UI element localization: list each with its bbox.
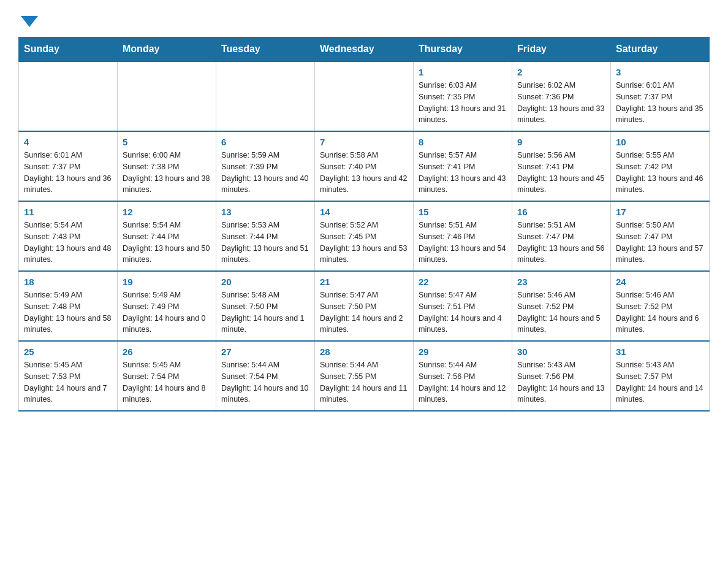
calendar-cell: 19Sunrise: 5:49 AMSunset: 7:49 PMDayligh… [118, 271, 216, 341]
day-number: 19 [123, 277, 211, 287]
calendar-cell: 31Sunrise: 5:43 AMSunset: 7:57 PMDayligh… [611, 341, 710, 411]
day-number: 25 [24, 347, 112, 357]
day-info: Sunrise: 5:45 AMSunset: 7:53 PMDaylight:… [24, 359, 112, 405]
day-info: Sunrise: 5:48 AMSunset: 7:50 PMDaylight:… [221, 289, 309, 335]
calendar-header-wednesday: Wednesday [315, 37, 414, 62]
calendar-cell: 20Sunrise: 5:48 AMSunset: 7:50 PMDayligh… [216, 271, 315, 341]
day-number: 27 [221, 347, 309, 357]
calendar-week-2: 4Sunrise: 6:01 AMSunset: 7:37 PMDaylight… [19, 131, 710, 201]
day-number: 1 [419, 67, 507, 77]
day-info: Sunrise: 5:54 AMSunset: 7:43 PMDaylight:… [24, 220, 112, 266]
calendar-cell [118, 61, 216, 131]
calendar-header-monday: Monday [118, 37, 216, 62]
calendar-cell: 23Sunrise: 5:46 AMSunset: 7:52 PMDayligh… [512, 271, 611, 341]
day-info: Sunrise: 5:49 AMSunset: 7:49 PMDaylight:… [123, 289, 211, 335]
calendar-header-row: SundayMondayTuesdayWednesdayThursdayFrid… [19, 37, 710, 62]
day-info: Sunrise: 5:43 AMSunset: 7:56 PMDaylight:… [517, 359, 605, 405]
day-info: Sunrise: 5:43 AMSunset: 7:57 PMDaylight:… [616, 359, 704, 405]
logo [18, 12, 38, 27]
day-info: Sunrise: 5:50 AMSunset: 7:47 PMDaylight:… [616, 220, 704, 266]
calendar-week-1: 1Sunrise: 6:03 AMSunset: 7:35 PMDaylight… [19, 61, 710, 131]
day-info: Sunrise: 5:47 AMSunset: 7:51 PMDaylight:… [419, 289, 507, 335]
day-info: Sunrise: 5:49 AMSunset: 7:48 PMDaylight:… [24, 289, 112, 335]
day-number: 13 [221, 207, 309, 217]
calendar-cell: 15Sunrise: 5:51 AMSunset: 7:46 PMDayligh… [414, 201, 512, 271]
day-info: Sunrise: 6:02 AMSunset: 7:36 PMDaylight:… [517, 80, 605, 126]
day-info: Sunrise: 5:44 AMSunset: 7:55 PMDaylight:… [320, 359, 408, 405]
calendar-cell: 25Sunrise: 5:45 AMSunset: 7:53 PMDayligh… [19, 341, 118, 411]
calendar-cell: 26Sunrise: 5:45 AMSunset: 7:54 PMDayligh… [118, 341, 216, 411]
calendar-cell: 27Sunrise: 5:44 AMSunset: 7:54 PMDayligh… [216, 341, 315, 411]
calendar-cell: 29Sunrise: 5:44 AMSunset: 7:56 PMDayligh… [414, 341, 512, 411]
calendar-cell: 1Sunrise: 6:03 AMSunset: 7:35 PMDaylight… [414, 61, 512, 131]
day-number: 29 [419, 347, 507, 357]
calendar-cell: 4Sunrise: 6:01 AMSunset: 7:37 PMDaylight… [19, 131, 118, 201]
day-number: 8 [419, 137, 507, 147]
calendar-cell: 30Sunrise: 5:43 AMSunset: 7:56 PMDayligh… [512, 341, 611, 411]
day-info: Sunrise: 5:55 AMSunset: 7:42 PMDaylight:… [616, 150, 704, 196]
day-number: 18 [24, 277, 112, 287]
calendar-cell: 8Sunrise: 5:57 AMSunset: 7:41 PMDaylight… [414, 131, 512, 201]
day-info: Sunrise: 5:53 AMSunset: 7:44 PMDaylight:… [221, 220, 309, 266]
calendar-cell: 13Sunrise: 5:53 AMSunset: 7:44 PMDayligh… [216, 201, 315, 271]
day-number: 30 [517, 347, 605, 357]
day-number: 21 [320, 277, 408, 287]
page-header [18, 12, 710, 27]
day-number: 7 [320, 137, 408, 147]
calendar-header-thursday: Thursday [414, 37, 512, 62]
calendar-cell: 9Sunrise: 5:56 AMSunset: 7:41 PMDaylight… [512, 131, 611, 201]
calendar-cell: 7Sunrise: 5:58 AMSunset: 7:40 PMDaylight… [315, 131, 414, 201]
day-info: Sunrise: 6:00 AMSunset: 7:38 PMDaylight:… [123, 150, 211, 196]
calendar-cell [216, 61, 315, 131]
day-number: 31 [616, 347, 704, 357]
day-number: 12 [123, 207, 211, 217]
day-number: 24 [616, 277, 704, 287]
calendar-cell: 11Sunrise: 5:54 AMSunset: 7:43 PMDayligh… [19, 201, 118, 271]
day-info: Sunrise: 5:45 AMSunset: 7:54 PMDaylight:… [123, 359, 211, 405]
logo-triangle-icon [21, 16, 38, 27]
day-info: Sunrise: 6:03 AMSunset: 7:35 PMDaylight:… [419, 80, 507, 126]
calendar-cell [19, 61, 118, 131]
calendar-cell: 2Sunrise: 6:02 AMSunset: 7:36 PMDaylight… [512, 61, 611, 131]
day-number: 15 [419, 207, 507, 217]
calendar-cell: 28Sunrise: 5:44 AMSunset: 7:55 PMDayligh… [315, 341, 414, 411]
day-number: 14 [320, 207, 408, 217]
day-info: Sunrise: 5:57 AMSunset: 7:41 PMDaylight:… [419, 150, 507, 196]
calendar-cell: 21Sunrise: 5:47 AMSunset: 7:50 PMDayligh… [315, 271, 414, 341]
calendar-cell: 22Sunrise: 5:47 AMSunset: 7:51 PMDayligh… [414, 271, 512, 341]
day-info: Sunrise: 5:47 AMSunset: 7:50 PMDaylight:… [320, 289, 408, 335]
day-info: Sunrise: 5:54 AMSunset: 7:44 PMDaylight:… [123, 220, 211, 266]
day-number: 23 [517, 277, 605, 287]
day-number: 9 [517, 137, 605, 147]
day-number: 16 [517, 207, 605, 217]
day-number: 2 [517, 67, 605, 77]
calendar-header-saturday: Saturday [611, 37, 710, 62]
day-number: 28 [320, 347, 408, 357]
calendar-header-friday: Friday [512, 37, 611, 62]
day-info: Sunrise: 5:44 AMSunset: 7:56 PMDaylight:… [419, 359, 507, 405]
day-info: Sunrise: 5:52 AMSunset: 7:45 PMDaylight:… [320, 220, 408, 266]
day-info: Sunrise: 5:44 AMSunset: 7:54 PMDaylight:… [221, 359, 309, 405]
calendar-cell: 24Sunrise: 5:46 AMSunset: 7:52 PMDayligh… [611, 271, 710, 341]
calendar-cell [315, 61, 414, 131]
day-number: 11 [24, 207, 112, 217]
day-number: 3 [616, 67, 704, 77]
calendar-header-tuesday: Tuesday [216, 37, 315, 62]
calendar-cell: 5Sunrise: 6:00 AMSunset: 7:38 PMDaylight… [118, 131, 216, 201]
calendar-cell: 16Sunrise: 5:51 AMSunset: 7:47 PMDayligh… [512, 201, 611, 271]
calendar-cell: 14Sunrise: 5:52 AMSunset: 7:45 PMDayligh… [315, 201, 414, 271]
calendar-cell: 6Sunrise: 5:59 AMSunset: 7:39 PMDaylight… [216, 131, 315, 201]
day-number: 10 [616, 137, 704, 147]
calendar-cell: 12Sunrise: 5:54 AMSunset: 7:44 PMDayligh… [118, 201, 216, 271]
day-number: 20 [221, 277, 309, 287]
calendar-week-4: 18Sunrise: 5:49 AMSunset: 7:48 PMDayligh… [19, 271, 710, 341]
day-info: Sunrise: 6:01 AMSunset: 7:37 PMDaylight:… [24, 150, 112, 196]
day-info: Sunrise: 5:56 AMSunset: 7:41 PMDaylight:… [517, 150, 605, 196]
day-info: Sunrise: 5:51 AMSunset: 7:47 PMDaylight:… [517, 220, 605, 266]
day-info: Sunrise: 5:46 AMSunset: 7:52 PMDaylight:… [517, 289, 605, 335]
calendar-cell: 3Sunrise: 6:01 AMSunset: 7:37 PMDaylight… [611, 61, 710, 131]
calendar-table: SundayMondayTuesdayWednesdayThursdayFrid… [18, 37, 710, 412]
day-info: Sunrise: 5:46 AMSunset: 7:52 PMDaylight:… [616, 289, 704, 335]
day-info: Sunrise: 5:51 AMSunset: 7:46 PMDaylight:… [419, 220, 507, 266]
calendar-cell: 17Sunrise: 5:50 AMSunset: 7:47 PMDayligh… [611, 201, 710, 271]
